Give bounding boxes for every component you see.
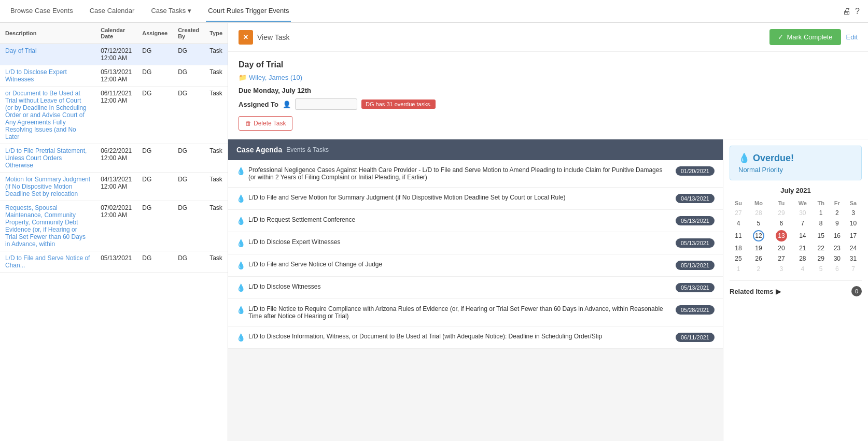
calendar-day[interactable]: 28 — [747, 208, 770, 218]
agenda-item[interactable]: 💧L/D to Disclose Expert Witnesses05/13/2… — [228, 232, 723, 254]
related-items-title[interactable]: Related Items ▶ — [730, 288, 781, 295]
overdue-icon: 💧 — [738, 152, 750, 164]
calendar-day[interactable]: 25 — [730, 253, 747, 264]
table-row[interactable]: L/D to File and Serve Notice of Chan...0… — [0, 251, 228, 273]
edit-button[interactable]: Edit — [846, 33, 858, 41]
print-button[interactable]: 🖨 — [843, 7, 851, 16]
calendar-day[interactable]: 24 — [845, 243, 862, 253]
mark-complete-button[interactable]: ✓ Mark Complete — [769, 29, 841, 45]
table-row[interactable]: L/D to File Pretrial Statement, Unless C… — [0, 144, 228, 173]
calendar-day[interactable]: 1 — [813, 208, 830, 218]
agenda-item-text: L/D to Request Settlement Conference — [248, 216, 355, 223]
nav-calendar[interactable]: Case Calendar — [88, 1, 137, 22]
calendar-day[interactable]: 7 — [793, 218, 813, 229]
table-cell-created-by: DG — [173, 201, 204, 251]
agenda-date-badge: 05/13/2021 — [676, 283, 715, 292]
calendar-day[interactable]: 18 — [730, 243, 747, 253]
calendar-day[interactable]: 22 — [813, 243, 830, 253]
calendar-day[interactable]: 21 — [793, 243, 813, 253]
calendar-day[interactable]: 6 — [770, 218, 793, 229]
calendar-day[interactable]: 23 — [830, 243, 845, 253]
nav-tasks[interactable]: Case Tasks ▾ — [149, 1, 193, 22]
right-section: × View Task ✓ Mark Complete Edit Day of … — [228, 23, 868, 441]
calendar-day-header: Fr — [830, 198, 845, 208]
assignee-input[interactable] — [295, 98, 357, 110]
table-row[interactable]: Motion for Summary Judgment (if No Dispo… — [0, 173, 228, 201]
calendar-day[interactable]: 2 — [830, 208, 845, 218]
calendar-day[interactable]: 13 — [770, 229, 793, 243]
agenda-header: Case Agenda Events & Tasks — [228, 139, 723, 160]
agenda-item[interactable]: 💧Professional Negligence Cases Against H… — [228, 160, 723, 188]
calendar-day[interactable]: 29 — [813, 253, 830, 264]
overdue-badge: DG has 31 overdue tasks. — [361, 99, 436, 109]
side-panel: 💧 Overdue! Normal Priority July 2021 SuM… — [723, 139, 868, 441]
flame-icon: 💧 — [236, 217, 245, 225]
description-link[interactable]: L/D to Disclose Expert Witnesses — [5, 68, 67, 83]
table-row[interactable]: or Document to Be Used at Trial without … — [0, 87, 228, 144]
delete-task-button[interactable]: 🗑 Delete Task — [239, 116, 292, 131]
calendar-day[interactable]: 8 — [813, 218, 830, 229]
calendar-day[interactable]: 29 — [770, 208, 793, 218]
agenda-item[interactable]: 💧L/D to File and Serve Motion for Summar… — [228, 188, 723, 210]
table-row[interactable]: L/D to Disclose Expert Witnesses05/13/20… — [0, 65, 228, 87]
agenda-item[interactable]: 💧L/D to File Notice to Require Complianc… — [228, 299, 723, 326]
calendar-day[interactable]: 4 — [730, 218, 747, 229]
table-row[interactable]: Day of Trial07/12/202112:00 AMDGDGTask — [0, 44, 228, 65]
calendar-day[interactable]: 3 — [845, 208, 862, 218]
calendar-day[interactable]: 6 — [830, 264, 845, 274]
description-link[interactable]: Day of Trial — [5, 47, 37, 54]
calendar-day[interactable]: 30 — [830, 253, 845, 264]
agenda-item[interactable]: 💧L/D to Disclose Information, Witness, o… — [228, 326, 723, 349]
agenda-item[interactable]: 💧L/D to Disclose Witnesses05/13/2021 — [228, 277, 723, 299]
calendar-day[interactable]: 31 — [845, 253, 862, 264]
agenda-item-text: L/D to Disclose Expert Witnesses — [248, 238, 340, 246]
calendar-day[interactable]: 26 — [747, 253, 770, 264]
description-link[interactable]: L/D to File Pretrial Statement, Unless C… — [5, 147, 87, 169]
flame-icon: 💧 — [236, 306, 245, 314]
help-button[interactable]: ? — [855, 7, 860, 16]
center-panel: Case Agenda Events & Tasks 💧Professional… — [228, 139, 723, 441]
task-title: Day of Trial — [239, 60, 858, 69]
calendar-day[interactable]: 4 — [793, 264, 813, 274]
agenda-date-badge: 01/20/2021 — [676, 166, 715, 176]
calendar-day[interactable]: 16 — [830, 229, 845, 243]
description-link[interactable]: L/D to File and Serve Notice of Chan... — [5, 254, 90, 269]
task-assigned: Assigned To 👤 DG has 31 overdue tasks. — [239, 98, 858, 110]
calendar-day[interactable]: 17 — [845, 229, 862, 243]
calendar-day[interactable]: 27 — [770, 253, 793, 264]
calendar-day[interactable]: 1 — [730, 264, 747, 274]
chevron-right-icon: ▶ — [776, 288, 781, 295]
task-case-link[interactable]: 📁 Wiley, James (10) — [239, 74, 858, 81]
nav-browse[interactable]: Browse Case Events — [8, 1, 75, 22]
calendar-day[interactable]: 30 — [793, 208, 813, 218]
calendar-day[interactable]: 5 — [747, 218, 770, 229]
calendar-day[interactable]: 27 — [730, 208, 747, 218]
calendar-day[interactable]: 9 — [830, 218, 845, 229]
description-link[interactable]: Motion for Summary Judgment (if No Dispo… — [5, 176, 90, 197]
description-link[interactable]: Requests, Spousal Maintenance, Community… — [5, 204, 86, 248]
calendar-day[interactable]: 14 — [793, 229, 813, 243]
calendar-day[interactable]: 3 — [770, 264, 793, 274]
calendar-day[interactable]: 5 — [813, 264, 830, 274]
agenda-item[interactable]: 💧L/D to Request Settlement Conference05/… — [228, 210, 723, 232]
calendar-day[interactable]: 15 — [813, 229, 830, 243]
calendar-day[interactable]: 28 — [793, 253, 813, 264]
nav-court-rules[interactable]: Court Rules Trigger Events — [206, 1, 291, 22]
chevron-down-icon: ▾ — [188, 7, 191, 15]
table-cell-date: 07/02/202112:00 AM — [95, 201, 137, 251]
calendar-day[interactable]: 12 — [747, 229, 770, 243]
calendar-day[interactable]: 19 — [747, 243, 770, 253]
calendar-day[interactable]: 10 — [845, 218, 862, 229]
close-button[interactable]: × — [239, 30, 253, 45]
description-link[interactable]: or Document to Be Used at Trial without … — [5, 90, 87, 140]
calendar-day[interactable]: 7 — [845, 264, 862, 274]
left-panel: Description CalendarDate Assignee Create… — [0, 23, 228, 441]
calendar-day[interactable]: 11 — [730, 229, 747, 243]
calendar-day[interactable]: 2 — [747, 264, 770, 274]
table-cell-assignee: DG — [137, 65, 173, 87]
calendar-day[interactable]: 20 — [770, 243, 793, 253]
table-row[interactable]: Requests, Spousal Maintenance, Community… — [0, 201, 228, 251]
overdue-priority: Normal Priority — [738, 166, 853, 174]
agenda-item[interactable]: 💧L/D to File and Serve Notice of Change … — [228, 254, 723, 277]
calendar-grid: SuMoTuWeThFrSa 2728293012345678910111213… — [730, 198, 862, 274]
